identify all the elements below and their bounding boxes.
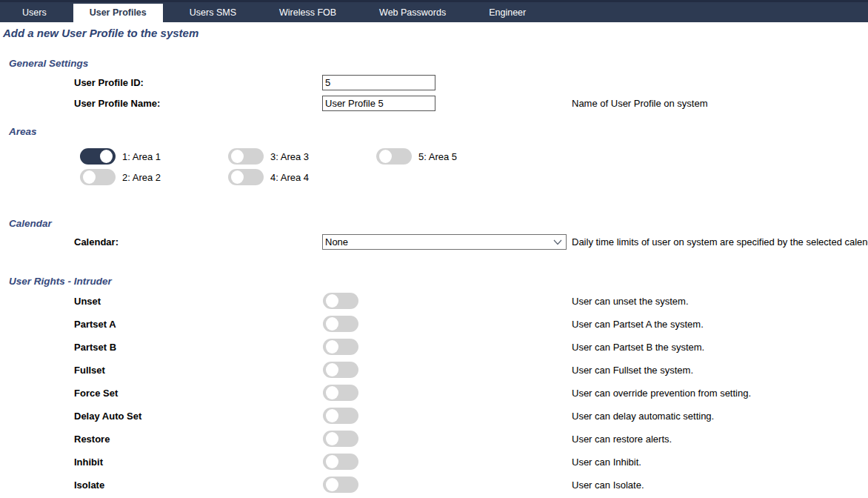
- user-profile-name-hint: Name of User Profile on system: [572, 98, 708, 109]
- section-general-settings: General Settings: [9, 58, 88, 69]
- right-unset-toggle[interactable]: [323, 293, 358, 309]
- area-5-toggle[interactable]: [376, 148, 412, 165]
- right-partset-a-label: Partset A: [74, 319, 116, 330]
- right-fullset-toggle[interactable]: [323, 362, 358, 378]
- right-force-set-hint: User can override prevention from settin…: [572, 388, 751, 399]
- area-4-row: 4: Area 4: [228, 169, 309, 185]
- right-fullset-hint: User can Fullset the system.: [572, 365, 693, 376]
- user-profile-id-label: User Profile ID:: [74, 77, 144, 88]
- right-fullset-label: Fullset: [74, 365, 105, 376]
- area-3-row: 3: Area 3: [228, 148, 309, 165]
- section-calendar: Calendar: [9, 218, 52, 229]
- right-isolate-toggle[interactable]: [323, 477, 358, 493]
- calendar-hint: Daily time limits of user on system are …: [572, 236, 868, 248]
- right-isolate-hint: User can Isolate.: [572, 479, 644, 491]
- right-partset-a-toggle[interactable]: [323, 316, 358, 332]
- area-4-label: 4: Area 4: [270, 172, 309, 183]
- right-inhibit-toggle[interactable]: [323, 454, 358, 470]
- tab-wireless-fob[interactable]: Wireless FOB: [263, 4, 353, 22]
- right-unset-hint: User can unset the system.: [572, 296, 689, 307]
- chevron-down-icon: [553, 239, 562, 245]
- section-areas: Areas: [9, 126, 37, 137]
- area-5-label: 5: Area 5: [418, 151, 457, 162]
- right-delay-auto-set-hint: User can delay automatic setting.: [572, 411, 714, 422]
- right-restore-label: Restore: [74, 434, 110, 445]
- section-user-rights-intruder: User Rights - Intruder: [9, 276, 112, 287]
- calendar-label: Calendar:: [74, 236, 118, 248]
- right-force-set-label: Force Set: [74, 388, 118, 399]
- tab-user-profiles[interactable]: User Profiles: [73, 4, 163, 22]
- tab-users[interactable]: Users: [6, 4, 63, 22]
- right-isolate-label: Isolate: [74, 479, 104, 491]
- right-delay-auto-set-label: Delay Auto Set: [74, 411, 141, 422]
- tab-bar: Users User Profiles Users SMS Wireless F…: [0, 0, 868, 22]
- area-4-toggle[interactable]: [228, 169, 264, 185]
- right-partset-b-hint: User can Partset B the system.: [572, 342, 704, 353]
- tab-engineer[interactable]: Engineer: [473, 4, 542, 22]
- right-restore-toggle[interactable]: [323, 431, 358, 447]
- area-1-toggle[interactable]: [80, 148, 116, 165]
- right-partset-b-toggle[interactable]: [323, 339, 358, 355]
- right-inhibit-label: Inhibit: [74, 456, 103, 468]
- tab-users-sms[interactable]: Users SMS: [173, 4, 253, 22]
- area-3-toggle[interactable]: [228, 148, 264, 165]
- user-profile-name-label: User Profile Name:: [74, 98, 160, 109]
- right-restore-hint: User can restore alerts.: [572, 434, 672, 445]
- area-1-label: 1: Area 1: [122, 151, 161, 162]
- tab-web-passwords[interactable]: Web Passwords: [363, 4, 462, 22]
- right-inhibit-hint: User can Inhibit.: [572, 456, 641, 468]
- calendar-select[interactable]: None: [322, 234, 567, 250]
- right-force-set-toggle[interactable]: [323, 385, 358, 401]
- calendar-selected-value: None: [325, 236, 348, 248]
- area-1-row: 1: Area 1: [80, 148, 161, 165]
- right-partset-a-hint: User can Partset A the system.: [572, 319, 704, 330]
- area-2-row: 2: Area 2: [80, 169, 161, 185]
- area-5-row: 5: Area 5: [376, 148, 457, 165]
- right-unset-label: Unset: [74, 296, 101, 307]
- user-profile-name-input[interactable]: [322, 96, 435, 111]
- user-profile-id-input[interactable]: [322, 75, 435, 90]
- area-2-toggle[interactable]: [80, 169, 116, 185]
- area-2-label: 2: Area 2: [122, 172, 161, 183]
- area-3-label: 3: Area 3: [270, 151, 309, 162]
- right-delay-auto-set-toggle[interactable]: [323, 408, 358, 424]
- page-title: Add a new User Profile to the system: [3, 27, 198, 39]
- right-partset-b-label: Partset B: [74, 342, 116, 353]
